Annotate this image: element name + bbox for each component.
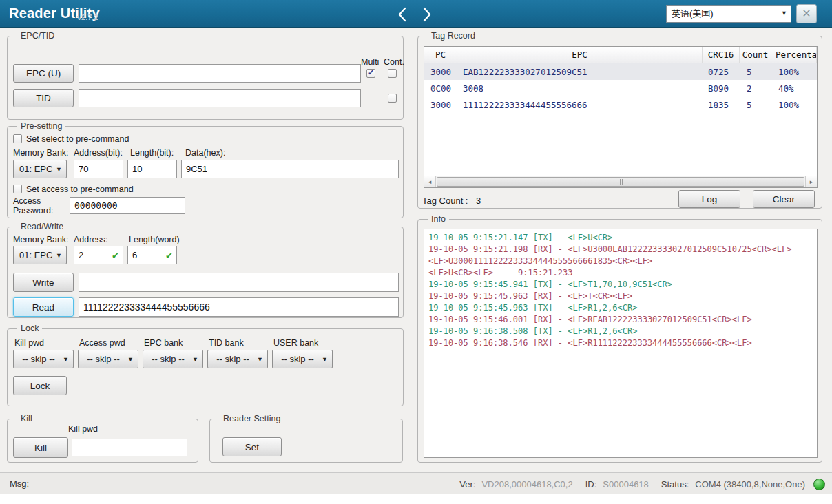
lock-button[interactable]: Lock	[13, 376, 67, 395]
lock-tid-bank-select[interactable]: -- skip -- ▼	[207, 350, 268, 368]
epc-input[interactable]	[79, 64, 361, 83]
rw-length-value: 6	[132, 250, 137, 260]
language-selected-value: 英语(美国)	[672, 8, 714, 20]
column-header-pc[interactable]: PC	[424, 47, 457, 63]
cell-epc: EAB122223333027012509C51	[457, 63, 703, 80]
multi-checkbox[interactable]: ✓	[366, 69, 375, 78]
lock-kill-pwd-value: -- skip --	[22, 354, 55, 364]
ver-label: Ver:	[459, 479, 475, 490]
data-hex-input[interactable]: 9C51	[181, 160, 399, 178]
log-line: <LF>U30001111222233334444555566661835<CR…	[428, 255, 813, 267]
log-line: 19-10-05 9:15:21.198 [RX] - <LF>U3000EAB…	[428, 244, 813, 255]
length-bit-input[interactable]: 10	[127, 160, 177, 178]
cell-count: 5	[740, 96, 771, 113]
table-row[interactable]: 3000 111122223333444455556666 1835 5 100…	[424, 96, 817, 113]
read-button[interactable]: Read	[13, 297, 74, 317]
kill-pwd-label: Kill pwd	[68, 424, 98, 434]
cell-crc16: 1835	[703, 96, 740, 113]
scrollbar-thumb[interactable]	[437, 177, 804, 187]
address-bit-label: Address(bit):	[74, 148, 123, 158]
log-line: 19-10-05 9:15:46.001 [RX] - <LF>REAB1222…	[428, 314, 813, 326]
column-header-count[interactable]: Count	[740, 47, 771, 63]
chevron-right-icon	[417, 6, 435, 23]
nav-back-button[interactable]	[394, 6, 412, 23]
clear-button[interactable]: Clear	[753, 190, 815, 208]
scroll-right-icon[interactable]: ▸	[805, 176, 817, 187]
set-select-precommand-checkbox[interactable]	[13, 134, 22, 143]
rw-length-input[interactable]: 6 ✔	[127, 246, 177, 264]
log-line: 19-10-05 9:15:45.963 [RX] - <LF>T<CR><LF…	[428, 291, 813, 302]
lock-epc-bank-value: -- skip --	[152, 354, 185, 364]
address-bit-input[interactable]: 70	[74, 160, 123, 178]
language-select[interactable]: 英语(美国) ▼	[666, 5, 791, 23]
log-button[interactable]: Log	[678, 190, 740, 208]
group-kill: Kill Kill pwd Kill	[7, 419, 198, 463]
tid-input[interactable]	[79, 89, 361, 107]
table-row[interactable]: 0C00 3008 B090 2 40%	[424, 80, 817, 96]
tid-read-button[interactable]: TID	[13, 89, 74, 107]
preset-memory-bank-select[interactable]: 01: EPC ▼	[13, 160, 67, 178]
info-log[interactable]: 19-10-05 9:15:21.147 [TX] - <LF>U<CR> 19…	[424, 229, 818, 458]
cont-checkbox-tid[interactable]	[388, 94, 397, 103]
set-access-precommand-label: Set access to pre-command	[26, 185, 134, 194]
lock-button-label: Lock	[30, 381, 50, 391]
scroll-left-icon[interactable]: ◂	[424, 176, 436, 187]
rw-address-value: 2	[79, 250, 83, 260]
length-bit-label: Length(bit):	[130, 148, 174, 158]
lock-epc-bank-select[interactable]: -- skip -- ▼	[143, 350, 203, 368]
epc-read-button[interactable]: EPC (U)	[13, 64, 74, 83]
rw-memory-bank-select[interactable]: 01: EPC ▼	[13, 246, 67, 264]
kill-pwd-input[interactable]	[72, 439, 187, 456]
lock-access-pwd-value: -- skip --	[87, 354, 120, 364]
status-label: Status:	[661, 479, 689, 490]
column-header-percentage[interactable]: Percentage	[771, 47, 817, 63]
group-lock: Lock Kill pwd Access pwd EPC bank TID ba…	[7, 328, 404, 406]
column-header-epc[interactable]: EPC	[457, 47, 703, 63]
cell-percentage: 100%	[771, 96, 817, 113]
write-button[interactable]: Write	[13, 273, 74, 292]
log-line: 19-10-05 9:15:21.147 [TX] - <LF>U<CR>	[428, 232, 813, 244]
lock-access-pwd-select[interactable]: -- skip -- ▼	[78, 350, 138, 368]
checkmark-icon: ✓	[368, 69, 374, 76]
tid-read-button-label: TID	[36, 93, 51, 103]
clear-button-label: Clear	[773, 194, 795, 204]
access-password-input[interactable]: 00000000	[70, 197, 185, 214]
rw-address-label: Address:	[74, 235, 107, 244]
tag-table-header: PC EPC CRC16 Count Percentage	[424, 47, 817, 63]
write-input[interactable]	[79, 273, 399, 292]
pre-setting-legend: Pre-setting	[17, 121, 65, 131]
rw-address-input[interactable]: 2 ✔	[74, 246, 123, 264]
close-button[interactable]: ✕	[796, 4, 817, 23]
column-header-crc16[interactable]: CRC16	[703, 47, 740, 63]
chevron-left-icon	[394, 6, 412, 23]
set-button[interactable]: Set	[222, 437, 282, 456]
set-access-precommand-checkbox[interactable]	[13, 185, 22, 193]
kill-button-label: Kill	[34, 443, 47, 453]
cont-label: Cont.	[384, 57, 404, 67]
nav-forward-button[interactable]	[417, 6, 435, 23]
rw-memory-bank-value: 01: EPC	[19, 250, 52, 260]
address-bit-value: 70	[79, 164, 88, 174]
cell-count: 2	[740, 80, 771, 96]
lock-user-bank-select[interactable]: -- skip -- ▼	[272, 350, 333, 368]
memory-bank-label: Memory Bank:	[13, 148, 69, 158]
table-row[interactable]: 3000 EAB122223333027012509C51 0725 5 100…	[424, 63, 817, 80]
access-password-value: 00000000	[74, 200, 118, 211]
kill-button[interactable]: Kill	[13, 437, 68, 458]
status-right-info: Ver: VD208,00004618,C0,2 ID: S00004618 S…	[459, 479, 825, 490]
chevron-down-icon: ▼	[56, 252, 62, 259]
ver-value: VD208,00004618,C0,2	[481, 479, 572, 490]
cont-checkbox-epc[interactable]	[388, 69, 397, 78]
epc-tid-legend: EPC/TID	[17, 31, 58, 41]
lock-kill-pwd-select[interactable]: -- skip -- ▼	[13, 350, 74, 368]
cell-pc: 0C00	[424, 80, 457, 96]
cell-epc: 111122223333444455556666	[457, 96, 703, 113]
cell-percentage: 40%	[771, 80, 817, 96]
lock-user-bank-label: USER bank	[273, 338, 318, 348]
rw-memory-bank-label: Memory Bank:	[13, 235, 69, 244]
tag-count-value: 3	[476, 196, 481, 206]
group-info: Info 19-10-05 9:15:21.147 [TX] - <LF>U<C…	[417, 219, 822, 463]
horizontal-scrollbar[interactable]: ◂ ▸	[424, 176, 817, 187]
read-input[interactable]: 111122223333444455556666	[79, 297, 399, 317]
epc-read-button-label: EPC (U)	[26, 68, 61, 78]
